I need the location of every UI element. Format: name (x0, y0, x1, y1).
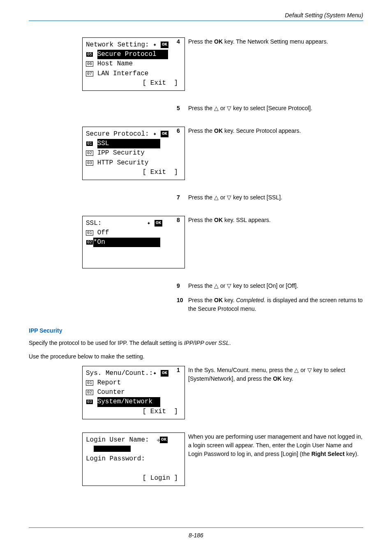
text-cursor-icon (94, 446, 131, 452)
up-icon (214, 282, 219, 289)
step-6: 6 Press the OK key. Secure Protocol appe… (177, 127, 363, 135)
down-icon (227, 194, 231, 201)
login-note: When you are performing user management … (177, 432, 363, 458)
step-4: 4 Press the OK key. The Network Setting … (177, 37, 363, 46)
step-10: 10 Press the OK key. Completed. is displ… (177, 296, 363, 313)
nav-icon: ✦ (147, 219, 150, 228)
step-5: 5 Press the or key to select [Secure Pro… (177, 104, 363, 113)
ok-icon: OK (154, 220, 162, 227)
ok-icon: OK (160, 437, 168, 443)
step-1b: 1 In the Sys. Menu/Count. menu, press th… (177, 366, 363, 383)
step-9: 9 Press the or key to select [On] or [Of… (177, 282, 363, 290)
up-icon (294, 367, 299, 373)
nav-icon: ✦ (153, 41, 157, 50)
ok-icon: OK (161, 131, 168, 137)
nav-icon: ✦ (153, 130, 157, 139)
down-icon (307, 367, 312, 373)
down-icon (227, 105, 231, 111)
ipp-security-heading: IPP Security (29, 327, 363, 334)
page-header: Default Setting (System Menu) (285, 12, 363, 18)
up-icon (214, 194, 219, 201)
up-icon (214, 105, 219, 111)
step-8: 8 Press the OK key. SSL appears. (177, 216, 363, 224)
step-7: 7 Press the or key to select [SSL]. (177, 193, 363, 202)
nav-icon: ✦ (153, 369, 157, 378)
ipp-para-2: Use the procedure below to make the sett… (29, 352, 363, 361)
down-icon (227, 282, 231, 289)
ok-icon: OK (161, 42, 168, 48)
ipp-para-1: Specify the protocol to be used for IPP.… (29, 339, 363, 347)
ok-icon: OK (161, 370, 168, 377)
page-footer: 8-186 (29, 527, 363, 539)
